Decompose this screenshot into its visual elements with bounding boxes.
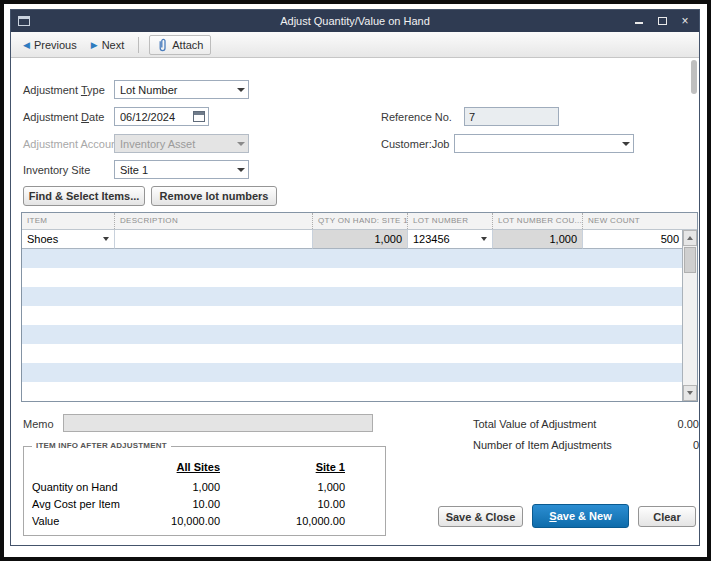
col-header-new-count[interactable]: NEW COUNT xyxy=(582,213,684,229)
triangle-down-icon xyxy=(687,391,693,395)
previous-arrow-icon: ◀ xyxy=(23,40,30,50)
previous-button[interactable]: ◀ Previous xyxy=(19,37,81,53)
next-arrow-icon: ▶ xyxy=(91,40,98,50)
reference-no-label: Reference No. xyxy=(381,110,452,124)
qty-on-hand-cell: 1,000 xyxy=(312,230,407,249)
item-info-header-row: All Sites Site 1 xyxy=(32,459,362,476)
reference-no-input[interactable] xyxy=(464,107,559,126)
adjustment-account-dropdown: Inventory Asset xyxy=(114,134,249,153)
description-cell[interactable] xyxy=(114,230,312,249)
site1-column-header: Site 1 xyxy=(220,459,345,476)
window-scrollbar-thumb[interactable] xyxy=(691,60,697,94)
find-select-items-button[interactable]: Find & Select Items... xyxy=(23,186,145,206)
item-info-title: ITEM INFO AFTER ADJUSTMENT xyxy=(32,441,171,450)
adjustment-date-label: Adjustment Date xyxy=(23,110,104,124)
table-body: Shoes 1,000 123456 1,000 500 xyxy=(22,230,682,401)
scrollbar-thumb[interactable] xyxy=(684,247,696,273)
table-row-empty[interactable] xyxy=(22,249,682,268)
triangle-up-icon xyxy=(687,236,693,240)
next-label: Next xyxy=(102,39,125,51)
clear-button[interactable]: Clear xyxy=(638,506,696,527)
minimize-icon xyxy=(635,22,643,24)
customer-job-dropdown[interactable] xyxy=(454,134,634,153)
toolbar: ◀ Previous ▶ Next Attach xyxy=(11,32,699,58)
table-scrollbar[interactable] xyxy=(682,230,697,401)
maximize-button[interactable] xyxy=(656,15,668,27)
totals-section: Total Value of Adjustment 0.00 Number of… xyxy=(473,414,699,456)
item-info-panel: ITEM INFO AFTER ADJUSTMENT All Sites Sit… xyxy=(23,446,386,536)
items-table: ITEM DESCRIPTION QTY ON HAND: SITE 1 LOT… xyxy=(21,212,698,402)
col-header-description[interactable]: DESCRIPTION xyxy=(114,213,312,229)
col-header-qty-on-hand[interactable]: QTY ON HAND: SITE 1 xyxy=(312,213,407,229)
lot-number-count-cell: 1,000 xyxy=(492,230,582,249)
chevron-down-icon[interactable] xyxy=(234,81,248,98)
table-row-empty[interactable] xyxy=(22,344,682,363)
lot-number-value: 123456 xyxy=(413,230,450,248)
table-row: Shoes 1,000 123456 1,000 500 xyxy=(22,230,682,249)
avg-cost-row: Avg Cost per Item 10.00 10.00 xyxy=(32,496,362,513)
inventory-site-label: Inventory Site xyxy=(23,163,90,177)
save-and-new-button[interactable]: Save & New xyxy=(532,504,629,528)
remove-lot-numbers-button[interactable]: Remove lot numbers xyxy=(151,186,277,206)
table-row-empty[interactable] xyxy=(22,325,682,344)
total-value: 0.00 xyxy=(678,414,699,435)
new-count-cell[interactable]: 500 xyxy=(582,230,684,249)
adjustment-type-dropdown[interactable]: Lot Number xyxy=(114,80,249,99)
chevron-down-icon xyxy=(234,135,248,152)
item-adjustments-label: Number of Item Adjustments xyxy=(473,435,612,456)
all-sites-column-header: All Sites xyxy=(142,459,220,476)
table-row-empty[interactable] xyxy=(22,287,682,306)
col-header-lot-number-count[interactable]: LOT NUMBER COU... xyxy=(492,213,582,229)
memo-label: Memo xyxy=(23,417,54,431)
table-row-empty[interactable] xyxy=(22,268,682,287)
chevron-down-icon[interactable] xyxy=(99,230,113,248)
quantity-on-hand-row: Quantity on Hand 1,000 1,000 xyxy=(32,479,362,496)
item-value: Shoes xyxy=(27,230,58,248)
memo-input[interactable] xyxy=(63,414,373,432)
adjust-quantity-window: Adjust Quantity/Value on Hand × ◀ Previo… xyxy=(10,9,700,546)
adjustment-type-label: Adjustment Type xyxy=(23,83,105,97)
minimize-button[interactable] xyxy=(633,15,645,27)
scroll-down-button[interactable] xyxy=(683,385,697,401)
item-adjustments-row: Number of Item Adjustments 0 xyxy=(473,435,699,456)
screenshot-frame: Adjust Quantity/Value on Hand × ◀ Previo… xyxy=(0,0,711,561)
adjustment-date-field[interactable]: 06/12/2024 xyxy=(114,107,209,126)
attach-label: Attach xyxy=(172,39,203,51)
value-row: Value 10,000.00 10,000.00 xyxy=(32,513,362,530)
lot-number-cell[interactable]: 123456 xyxy=(407,230,492,249)
inventory-site-dropdown[interactable]: Site 1 xyxy=(114,160,249,179)
item-cell[interactable]: Shoes xyxy=(22,230,114,249)
scroll-up-button[interactable] xyxy=(683,230,697,246)
table-row-empty[interactable] xyxy=(22,382,682,401)
attach-button[interactable]: Attach xyxy=(149,35,211,55)
total-value-row: Total Value of Adjustment 0.00 xyxy=(473,414,699,435)
calendar-icon[interactable] xyxy=(193,111,205,122)
window-controls: × xyxy=(633,10,691,32)
table-row-empty[interactable] xyxy=(22,306,682,325)
col-header-lot-number[interactable]: LOT NUMBER xyxy=(407,213,492,229)
table-header-row: ITEM DESCRIPTION QTY ON HAND: SITE 1 LOT… xyxy=(22,213,697,230)
maximize-icon xyxy=(658,17,667,25)
total-value-label: Total Value of Adjustment xyxy=(473,414,596,435)
window-title: Adjust Quantity/Value on Hand xyxy=(11,10,699,32)
table-row-empty[interactable] xyxy=(22,363,682,382)
previous-label: Previous xyxy=(34,39,77,51)
toolbar-separator xyxy=(138,37,139,53)
chevron-down-icon[interactable] xyxy=(477,230,491,248)
titlebar: Adjust Quantity/Value on Hand × xyxy=(11,10,699,32)
adjustment-account-label: Adjustment Account xyxy=(23,137,120,151)
chevron-down-icon[interactable] xyxy=(619,135,633,152)
close-button[interactable]: × xyxy=(679,15,691,27)
paperclip-icon xyxy=(157,38,168,52)
customer-job-label: Customer:Job xyxy=(381,137,449,151)
col-header-item[interactable]: ITEM xyxy=(22,213,114,229)
chevron-down-icon[interactable] xyxy=(234,161,248,178)
save-and-close-button[interactable]: Save & Close xyxy=(438,506,523,527)
next-button[interactable]: ▶ Next xyxy=(87,37,129,53)
item-adjustments-count: 0 xyxy=(693,435,699,456)
